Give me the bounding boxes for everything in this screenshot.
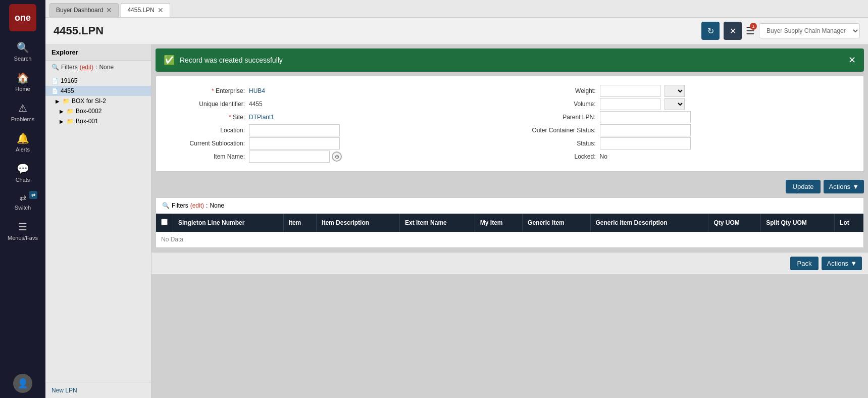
success-message: Record was created successfully — [180, 56, 283, 64]
site-value[interactable]: DTPlant1 — [249, 114, 274, 121]
tab-bar: Buyer Dashboard ✕ 4455.LPN ✕ — [45, 0, 868, 18]
item-name-search-icon[interactable]: ⊕ — [332, 152, 342, 162]
tree-item-19165[interactable]: 📄 19165 — [45, 76, 151, 86]
success-banner: ✅ Record was created successfully ✕ — [156, 48, 864, 72]
volume-unit-select[interactable] — [665, 98, 685, 110]
main-content: ✅ Record was created successfully ✕ Ente… — [151, 44, 868, 398]
locked-label: Locked: — [515, 153, 596, 160]
sidebar-item-label: Switch — [15, 205, 31, 211]
weight-input[interactable] — [600, 85, 660, 97]
update-button[interactable]: Update — [786, 180, 821, 193]
unique-id-value: 4455 — [249, 101, 263, 108]
tab-close-4455-lpn[interactable]: ✕ — [158, 7, 164, 14]
switch-icon: ⇄ — [20, 193, 26, 203]
main-area: Buyer Dashboard ✕ 4455.LPN ✕ 4455.LPN ↻ … — [45, 0, 868, 398]
tree-item-box-0002[interactable]: ▶ 📁 Box-0002 — [45, 106, 151, 116]
app-logo[interactable]: one — [9, 4, 36, 31]
tree-label: Box-001 — [76, 118, 98, 125]
outer-container-label: Outer Container Status: — [515, 127, 596, 134]
file-icon-4455: 📄 — [52, 88, 59, 94]
filter-icon: 🔍 — [52, 64, 59, 71]
col-my-item: My Item — [475, 214, 522, 232]
select-all-checkbox[interactable] — [161, 219, 168, 225]
col-ext-item: Ext Item Name — [400, 214, 475, 232]
form-actions-button[interactable]: Actions ▼ — [824, 180, 864, 193]
table-filter-value: None — [210, 202, 224, 209]
sublocation-input[interactable] — [249, 137, 340, 150]
sidebar-item-switch[interactable]: ⇄ Switch ⇄ — [0, 188, 45, 216]
file-icon-19165: 📄 — [52, 78, 59, 84]
left-sidebar: one 🔍 Search 🏠 Home ⚠ Problems 🔔 Alerts … — [0, 0, 45, 398]
locked-value: No — [600, 153, 607, 160]
content-area: Explorer 🔍 Filters (edit): None 📄 19165 … — [45, 44, 868, 398]
user-avatar[interactable]: 👤 — [13, 374, 32, 393]
tab-label: Buyer Dashboard — [56, 7, 103, 14]
table-header-row: Singleton Line Number Item Item Descript… — [156, 214, 863, 232]
sidebar-item-menus[interactable]: ☰ Menus/Favs — [0, 216, 45, 246]
location-input[interactable] — [249, 124, 340, 136]
item-name-label: Item Name: — [164, 153, 245, 160]
folder-icon-box-0002: 📁 — [67, 108, 74, 115]
pack-button[interactable]: Pack — [790, 257, 819, 270]
form-row-locked: Locked: No — [515, 150, 856, 163]
table-header-checkbox — [156, 214, 173, 232]
explorer-filter-row: 🔍 Filters (edit): None — [45, 61, 151, 74]
no-data-cell: No Data — [156, 232, 863, 247]
home-icon: 🏠 — [17, 72, 29, 84]
sidebar-item-problems[interactable]: ⚠ Problems — [0, 97, 45, 127]
location-label: Location: — [164, 127, 245, 134]
col-lot: Lot — [835, 214, 863, 232]
success-close-button[interactable]: ✕ — [848, 55, 856, 66]
col-generic-item-desc: Generic Item Description — [590, 214, 708, 232]
folder-icon-box-001: 📁 — [67, 118, 74, 125]
filter-edit-link[interactable]: (edit) — [80, 64, 93, 71]
form-row-parent-lpn: Parent LPN: — [515, 111, 856, 124]
tree-item-box-si-2[interactable]: ▶ 📁 BOX for SI-2 — [45, 96, 151, 106]
sidebar-item-search[interactable]: 🔍 Search — [0, 36, 45, 67]
explorer-title: Explorer — [45, 44, 151, 61]
tab-close-buyer-dashboard[interactable]: ✕ — [106, 7, 112, 14]
role-selector[interactable]: Buyer Supply Chain Manager — [759, 23, 860, 38]
weight-unit-select[interactable] — [665, 85, 685, 97]
tree-item-box-001[interactable]: ▶ 📁 Box-001 — [45, 116, 151, 126]
status-label: Status: — [515, 140, 596, 147]
explorer-panel: Explorer 🔍 Filters (edit): None 📄 19165 … — [45, 44, 151, 398]
sidebar-item-home[interactable]: 🏠 Home — [0, 67, 45, 97]
sidebar-item-label: Home — [15, 86, 30, 92]
notification-badge: 1 — [750, 23, 757, 30]
avatar-icon: 👤 — [17, 378, 28, 389]
sidebar-item-chats[interactable]: 💬 Chats — [0, 158, 45, 188]
tab-buyer-dashboard[interactable]: Buyer Dashboard ✕ — [49, 3, 119, 17]
header-actions: ↻ ✕ ☰ 1 Buyer Supply Chain Manager — [701, 22, 860, 40]
page-header: 4455.LPN ↻ ✕ ☰ 1 Buyer Supply Chain Mana… — [45, 18, 868, 44]
refresh-button[interactable]: ↻ — [701, 22, 720, 40]
sidebar-item-label: Alerts — [16, 146, 30, 153]
enterprise-value[interactable]: HUB4 — [249, 87, 265, 94]
notifications-icon[interactable]: ☰ 1 — [746, 25, 755, 37]
sidebar-item-alerts[interactable]: 🔔 Alerts — [0, 127, 45, 158]
table-filter-edit-link[interactable]: (edit) — [190, 202, 204, 209]
page-title: 4455.LPN — [54, 24, 104, 37]
outer-container-input[interactable] — [600, 124, 691, 136]
form-row-outer-container: Outer Container Status: — [515, 124, 856, 137]
form-row-enterprise: Enterprise: HUB4 — [164, 84, 505, 97]
new-lpn-link[interactable]: New LPN — [52, 387, 77, 394]
parent-lpn-input[interactable] — [600, 111, 691, 123]
sublocation-label: Current Sublocation: — [164, 140, 245, 147]
tab-4455-lpn[interactable]: 4455.LPN ✕ — [121, 3, 170, 17]
volume-input[interactable] — [600, 98, 660, 110]
table-body: No Data — [156, 232, 863, 247]
no-data-row: No Data — [156, 232, 863, 247]
close-button[interactable]: ✕ — [724, 22, 742, 40]
explorer-tree: 📄 19165 📄 4455 ▶ 📁 BOX for SI-2 ▶ 📁 Box-… — [45, 74, 151, 128]
sidebar-item-label: Menus/Favs — [8, 235, 38, 241]
tree-item-4455[interactable]: 📄 4455 — [45, 86, 151, 96]
status-input[interactable] — [600, 137, 691, 150]
menu-icon: ☰ — [18, 221, 27, 233]
switch-badge: ⇄ — [29, 191, 37, 199]
tree-label: 19165 — [61, 77, 77, 84]
form-row-sublocation: Current Sublocation: — [164, 137, 505, 150]
form-row-item-name: Item Name: ⊕ — [164, 150, 505, 163]
bottom-actions-button[interactable]: Actions ▼ — [822, 257, 862, 270]
item-name-input[interactable] — [249, 151, 330, 163]
